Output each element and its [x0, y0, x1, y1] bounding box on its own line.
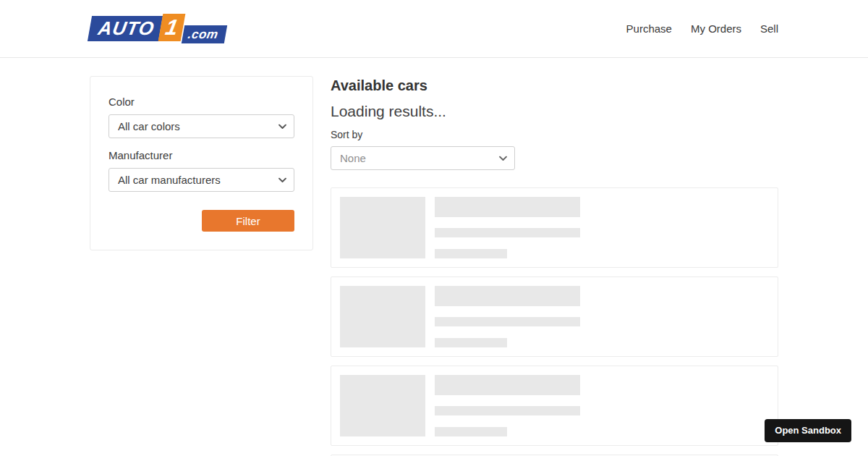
loading-status-text: Loading results... [331, 101, 778, 122]
sort-by-label: Sort by [331, 128, 778, 141]
manufacturer-filter-label: Manufacturer [109, 149, 294, 162]
car-card-skeleton [331, 276, 778, 357]
car-detail-placeholder [435, 228, 580, 237]
car-detail-placeholder [435, 317, 580, 326]
main-nav: Purchase My Orders Sell [626, 22, 778, 36]
logo-auto-segment: AUTO [88, 16, 163, 41]
nav-purchase-link[interactable]: Purchase [626, 22, 672, 36]
car-image-placeholder [340, 197, 425, 258]
sort-select[interactable]: None [331, 146, 515, 170]
auto1-logo[interactable]: AUTO 1 .com [90, 14, 226, 44]
open-sandbox-button[interactable]: Open Sandbox [765, 419, 851, 442]
nav-my-orders-link[interactable]: My Orders [691, 22, 741, 36]
color-filter-label: Color [109, 96, 294, 109]
car-title-placeholder [435, 286, 580, 306]
color-select[interactable]: All car colors [109, 114, 294, 138]
filter-panel: Color All car colors Manufacturer All ca… [90, 76, 313, 250]
logo-com-segment: .com [182, 25, 227, 43]
header: AUTO 1 .com Purchase My Orders Sell [0, 0, 868, 58]
car-price-placeholder [435, 249, 507, 258]
manufacturer-select-wrap: All car manufacturers [109, 168, 294, 192]
nav-sell-link[interactable]: Sell [760, 22, 778, 36]
manufacturer-select[interactable]: All car manufacturers [109, 168, 294, 192]
sort-select-wrap: None [331, 146, 515, 170]
car-price-placeholder [435, 427, 507, 436]
page-title: Available cars [331, 76, 778, 95]
logo-one-segment: 1 [158, 14, 185, 41]
car-price-placeholder [435, 338, 507, 347]
car-card-skeleton [331, 187, 778, 268]
car-card-body [435, 286, 580, 347]
car-image-placeholder [340, 375, 425, 436]
car-title-placeholder [435, 375, 580, 395]
car-title-placeholder [435, 197, 580, 217]
content-layout: Color All car colors Manufacturer All ca… [90, 76, 778, 456]
color-select-wrap: All car colors [109, 114, 294, 138]
car-card-skeleton [331, 366, 778, 446]
car-detail-placeholder [435, 406, 580, 415]
car-card-body [435, 197, 580, 258]
results-section: Available cars Loading results... Sort b… [331, 76, 778, 456]
car-results-list [331, 187, 778, 456]
filter-button[interactable]: Filter [202, 210, 294, 232]
car-image-placeholder [340, 286, 425, 347]
car-card-body [435, 375, 580, 436]
